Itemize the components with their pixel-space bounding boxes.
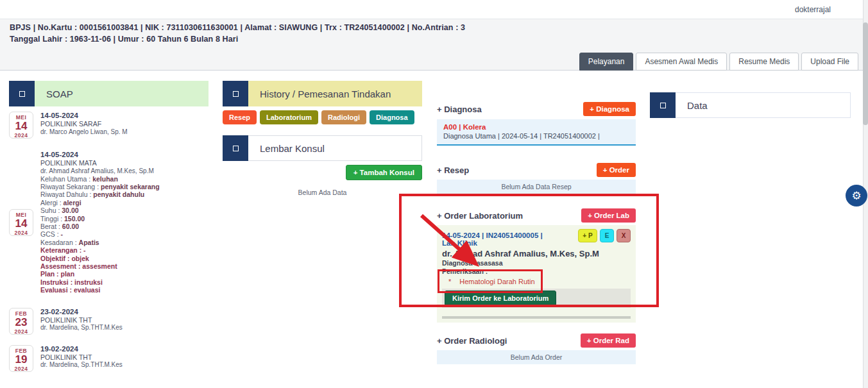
edit-chip-button[interactable]: E — [600, 229, 614, 242]
detail-label: Suhu : — [40, 207, 60, 214]
detail-riwayat-dahulu: Riwayat Dahulu : penyakit dahulu — [40, 190, 208, 198]
lab-order-header-row: 14-05-2024 | IN24051400005 | Lab.Klinik … — [442, 229, 631, 247]
diagnosa-item: A00 | Kolera Diagnosa Utama | 2024-05-14… — [437, 119, 636, 146]
detail-value: 60.00 — [62, 223, 79, 230]
laboratorium-button[interactable]: Laboratorium — [260, 110, 318, 124]
badge-year: 2024 — [10, 328, 33, 335]
resep-empty-text: Belum Ada Data Resep — [437, 180, 636, 194]
date-badge: FEB 19 2024 — [9, 345, 33, 372]
resep-button[interactable]: Resep — [223, 110, 257, 124]
soap-panel-title: SOAP — [35, 81, 208, 106]
history-panel: History / Pemesanan Tindakan Resep Labor… — [223, 81, 422, 196]
detail-riwayat-sekarang: Riwayat Sekarang : penyakit sekarang — [40, 183, 208, 190]
tab-upload-file[interactable]: Upload File — [801, 53, 858, 71]
entry-date: 23-02-2024 — [40, 308, 208, 316]
data-panel: Data — [650, 92, 851, 118]
lab-order-header: 14-05-2024 | IN24051400005 | Lab.Klinik — [442, 229, 578, 247]
soap-panel-icon-box — [9, 81, 35, 106]
delete-chip-button[interactable]: X — [617, 229, 631, 242]
detail-assesment: Assesment : assesment — [40, 262, 208, 270]
username[interactable]: dokterrajal — [795, 0, 831, 19]
entry-date: 14-05-2024 — [40, 112, 208, 120]
order-rad-heading: + Order Radiologi — [437, 336, 507, 346]
settings-gear-button[interactable]: ⚙ — [846, 185, 867, 207]
detail-value: Apatis — [79, 239, 99, 246]
print-chip-button[interactable]: + P — [578, 229, 597, 242]
top-navbar: dokterrajal — [0, 0, 868, 19]
resep-section-header: + Resep + Order — [437, 162, 636, 178]
tab-pelayanan[interactable]: Pelayanan — [579, 53, 634, 71]
add-diagnosa-button[interactable]: + Diagnosa — [583, 102, 636, 116]
lab-order-doctor: dr. Ahmad Ashraf Amalius, M.Kes, Sp.M — [442, 248, 631, 259]
kirim-order-button[interactable]: Kirim Order ke Laboratorium — [445, 291, 556, 306]
entry-clinic: POLIKLINIK THT — [40, 353, 208, 362]
detail-plan: Plan : plan — [40, 270, 208, 278]
detail-label: Alergi : — [40, 199, 62, 207]
detail-value: keluhan — [92, 175, 118, 183]
soap-panel: SOAP MEI 14 2024 14-05-2024 POLIKLINIK S… — [9, 81, 208, 372]
history-panel-header: History / Pemesanan Tindakan — [223, 81, 422, 106]
add-order-rad-button[interactable]: + Order Rad — [581, 333, 636, 348]
badge-day: 14 — [10, 218, 33, 230]
konsul-empty-text: Belum Ada Data — [223, 189, 422, 196]
data-icon — [660, 103, 666, 108]
date-badge: MEI 14 2024 — [9, 209, 33, 236]
entry-clinic: POLIKLINIK THT — [40, 316, 208, 325]
detail-label: Berat : — [40, 223, 60, 230]
add-resep-order-button[interactable]: + Order — [597, 163, 636, 177]
tab-asesmen-awal-medis[interactable]: Asesmen Awal Medis — [636, 53, 727, 71]
date-badge: MEI 14 2024 — [9, 112, 33, 139]
detail-value: alergi — [64, 199, 81, 207]
soap-entry[interactable]: FEB 19 2024 19-02-2024 POLIKLINIK THT dr… — [9, 345, 208, 372]
history-icon — [233, 91, 239, 97]
gear-icon: ⚙ — [851, 189, 861, 203]
lab-order-diagnosa: Diagnosa :asasasa — [442, 259, 631, 267]
konsul-icon — [233, 146, 239, 151]
lab-order-card: 14-05-2024 | IN24051400005 | Lab.Klinik … — [437, 225, 636, 323]
scrollbar-thumb[interactable] — [863, 22, 868, 125]
detail-gcs: GCS : - — [40, 230, 208, 238]
history-panel-title: History / Pemesanan Tindakan — [248, 81, 422, 106]
soap-entry[interactable]: MEI 14 2024 14-05-2024 POLIKLINIK SARAF … — [9, 112, 208, 139]
diagnosa-button[interactable]: Diagnosa — [370, 110, 414, 124]
soap-entry[interactable]: FEB 23 2024 23-02-2024 POLIKLINIK THT dr… — [9, 308, 208, 335]
detail-label: Tinggi : — [40, 215, 62, 223]
history-panel-icon-box — [223, 81, 248, 106]
notes-icon — [19, 91, 25, 97]
detail-value: penyakit sekarang — [101, 183, 160, 190]
diagnosa-heading: + Diagnosa — [437, 105, 482, 114]
page-tabs: Pelayanan Asesmen Awal Medis Resume Medi… — [579, 53, 858, 71]
add-order-lab-button[interactable]: + Order Lab — [581, 208, 636, 223]
detail-alergi: Alergi : alergi — [40, 199, 208, 207]
lab-order-item: Hematologi Darah Rutin — [459, 277, 534, 286]
tab-resume-medis[interactable]: Resume Medis — [729, 53, 799, 71]
detail-value: - — [61, 230, 64, 238]
detail-label: GCS : — [40, 230, 59, 238]
badge-year: 2024 — [10, 132, 33, 139]
entry-date: 19-02-2024 — [40, 345, 208, 353]
detail-label: Riwayat Sekarang : — [40, 183, 99, 190]
lab-order-footer-strip: Kirim Order ke Laboratorium — [442, 289, 631, 308]
soap-entry-expanded[interactable]: MEI 14 2024 14-05-2024 POLIKLINIK MATA d… — [9, 151, 208, 294]
entry-date: 14-05-2024 — [40, 151, 208, 159]
order-lab-section-header: + Order Laboratorium + Order Lab — [437, 208, 636, 223]
detail-label: Riwayat Dahulu : — [40, 190, 91, 198]
detail-instruksi: Instruksi : instruksi — [40, 278, 208, 286]
detail-evaluasi: Evaluasi : evaluasi — [40, 286, 208, 294]
detail-label: Keluhan Utama : — [40, 175, 90, 183]
order-rad-section-header: + Order Radiologi + Order Rad — [437, 333, 636, 348]
tambah-konsul-button[interactable]: + Tambah Konsul — [346, 165, 422, 180]
patient-info-line1: BPJS | No.Kartu : 0001561003841 | NIK : … — [10, 23, 465, 32]
detail-keterangan: Keterangan : - — [40, 246, 208, 254]
data-panel-icon-box — [650, 92, 676, 118]
konsul-panel-header: Lembar Konsul — [223, 135, 422, 161]
date-badge: FEB 23 2024 — [9, 308, 33, 335]
patient-info-line2: Tanggal Lahir : 1963-11-06 | Umur : 60 T… — [10, 35, 238, 44]
detail-kesadaran: Kesadaran : Apatis — [40, 239, 208, 246]
entry-doctor: dr. Marco Angelo Liwan, Sp. M — [40, 128, 208, 136]
detail-value: 150.00 — [64, 215, 85, 223]
radiologi-button[interactable]: Radiologi — [321, 110, 366, 124]
data-panel-title: Data — [676, 92, 851, 118]
lab-card-divider — [442, 316, 631, 319]
badge-day: 19 — [10, 354, 33, 366]
